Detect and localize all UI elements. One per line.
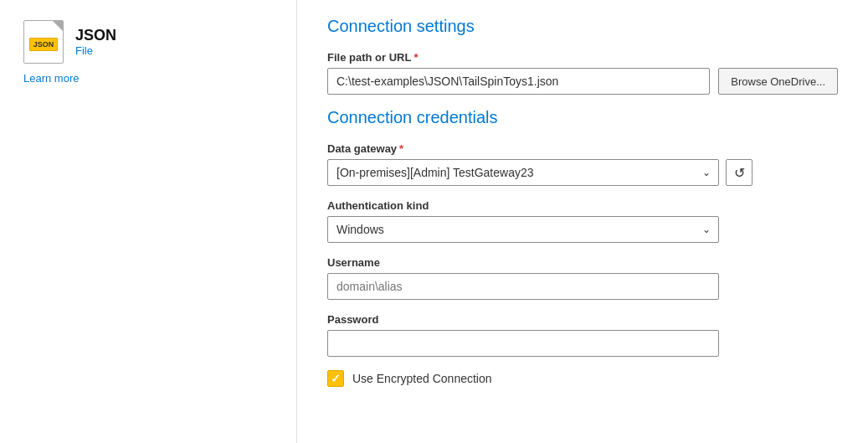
connector-title-group: JSON File [75,27,116,57]
file-path-input[interactable] [327,68,710,95]
left-panel: JSON JSON File Learn more [0,0,297,443]
username-group: Username [327,256,838,300]
data-gateway-required: * [399,142,403,155]
connection-credentials-title: Connection credentials [327,108,838,127]
password-group: Password [327,313,838,357]
encrypted-connection-label: Use Encrypted Connection [352,372,492,385]
file-path-label: File path or URL * [327,51,838,64]
checkmark-icon: ✓ [331,373,341,384]
refresh-icon: ↺ [734,165,745,181]
learn-more-link[interactable]: Learn more [23,72,273,85]
browse-onedrive-button[interactable]: Browse OneDrive... [718,68,838,95]
auth-kind-group: Authentication kind Windows ⌄ [327,199,838,243]
password-input[interactable] [327,330,719,357]
gateway-row: [On-premises][Admin] TestGateway23 ⌄ ↺ [327,159,838,186]
encrypted-checkbox[interactable]: ✓ [327,370,344,387]
connector-name: JSON [75,27,116,44]
right-panel: Connection settings File path or URL * B… [297,0,868,443]
json-file-icon: JSON [23,20,64,64]
connector-subtitle: File [75,44,116,57]
credentials-section: Connection credentials Data gateway * [O… [327,108,838,387]
file-path-required: * [413,51,418,64]
encrypted-connection-row: ✓ Use Encrypted Connection [327,370,838,387]
auth-kind-label: Authentication kind [327,199,838,212]
connector-header: JSON JSON File [23,20,273,64]
username-label: Username [327,256,838,269]
refresh-gateway-button[interactable]: ↺ [726,159,752,186]
connection-settings-title: Connection settings [327,17,838,36]
file-path-group: File path or URL * Browse OneDrive... [327,51,838,95]
data-gateway-wrapper: [On-premises][Admin] TestGateway23 ⌄ [327,159,719,186]
data-gateway-select[interactable]: [On-premises][Admin] TestGateway23 [327,159,719,186]
file-path-row: Browse OneDrive... [327,68,838,95]
auth-kind-wrapper: Windows ⌄ [327,216,719,243]
auth-kind-select[interactable]: Windows [327,216,719,243]
json-icon-label: JSON [29,38,59,51]
username-input[interactable] [327,273,719,300]
password-label: Password [327,313,838,326]
data-gateway-group: Data gateway * [On-premises][Admin] Test… [327,142,838,186]
data-gateway-label: Data gateway * [327,142,838,155]
